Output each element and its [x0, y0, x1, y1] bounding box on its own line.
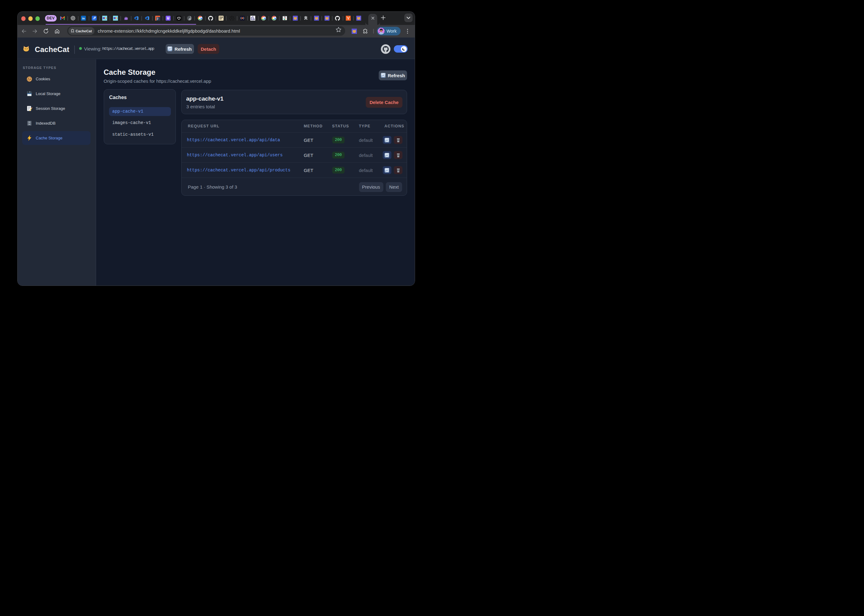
svg-text:in: in [82, 17, 85, 20]
